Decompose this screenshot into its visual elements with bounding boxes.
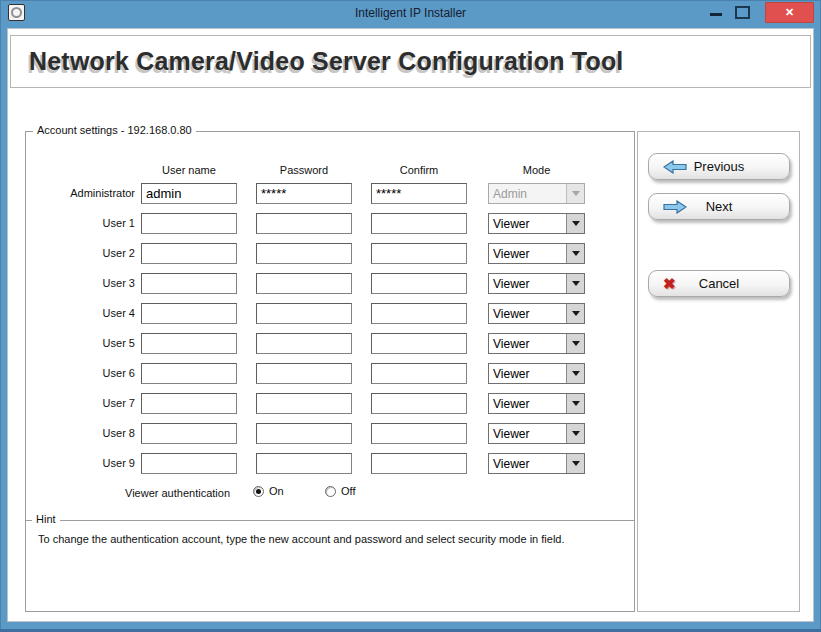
mode-value: Viewer <box>489 304 566 323</box>
confirm-input[interactable] <box>371 213 467 234</box>
dropdown-arrow-icon[interactable] <box>566 274 584 293</box>
dropdown-arrow-icon[interactable] <box>566 334 584 353</box>
mode-select[interactable]: Viewer <box>488 243 585 264</box>
password-input[interactable] <box>256 213 352 234</box>
hint-groupbox-line <box>26 520 634 521</box>
password-input[interactable] <box>256 273 352 294</box>
viewer-authentication-label: Viewer authentication <box>40 487 230 499</box>
row-label: User 9 <box>40 457 135 469</box>
mode-select[interactable]: Viewer <box>488 213 585 234</box>
table-row: User 6 Viewer <box>0 363 821 385</box>
radio-on-label: On <box>269 485 284 497</box>
username-input[interactable] <box>141 333 237 354</box>
mode-select[interactable]: Viewer <box>488 423 585 444</box>
dropdown-arrow-icon[interactable] <box>566 364 584 383</box>
page-title: Network Camera/Video Server Configuratio… <box>11 47 624 76</box>
table-row: User 7 Viewer <box>0 393 821 415</box>
password-input[interactable] <box>256 393 352 414</box>
confirm-input[interactable] <box>371 423 467 444</box>
confirm-input[interactable] <box>371 243 467 264</box>
mode-select[interactable]: Viewer <box>488 333 585 354</box>
mode-value: Viewer <box>489 424 566 443</box>
next-button-label: Next <box>706 199 733 214</box>
row-label: User 4 <box>40 307 135 319</box>
radio-off-icon[interactable] <box>325 486 336 497</box>
mode-select[interactable]: Viewer <box>488 303 585 324</box>
account-settings-group-title: Account settings - 192.168.0.80 <box>33 124 196 136</box>
row-label: Administrator <box>40 187 135 199</box>
mode-value: Viewer <box>489 454 566 473</box>
dropdown-arrow-icon[interactable] <box>566 244 584 263</box>
app-icon <box>8 4 25 21</box>
row-label: User 1 <box>40 217 135 229</box>
mode-value: Viewer <box>489 274 566 293</box>
dropdown-arrow-icon[interactable] <box>566 394 584 413</box>
confirm-input[interactable] <box>371 453 467 474</box>
column-header-password: Password <box>256 164 352 176</box>
radio-off[interactable]: Off <box>325 485 355 497</box>
close-button[interactable]: ✕ <box>765 2 814 23</box>
hint-text: To change the authentication account, ty… <box>38 533 565 545</box>
username-input[interactable] <box>141 423 237 444</box>
mode-value: Viewer <box>489 244 566 263</box>
row-label: User 7 <box>40 397 135 409</box>
password-input[interactable] <box>256 363 352 384</box>
previous-button[interactable]: Previous <box>648 153 790 180</box>
dropdown-arrow-icon[interactable] <box>566 454 584 473</box>
maximize-button[interactable] <box>735 6 750 19</box>
username-input[interactable] <box>141 183 237 204</box>
username-input[interactable] <box>141 243 237 264</box>
table-row: User 2 Viewer <box>0 243 821 265</box>
password-input[interactable] <box>256 243 352 264</box>
row-label: User 3 <box>40 277 135 289</box>
confirm-input[interactable] <box>371 393 467 414</box>
app-icon-glyph <box>11 7 22 18</box>
row-label: User 2 <box>40 247 135 259</box>
password-input[interactable] <box>256 183 352 204</box>
password-input[interactable] <box>256 423 352 444</box>
mode-select[interactable]: Viewer <box>488 393 585 414</box>
mode-select[interactable]: Viewer <box>488 273 585 294</box>
close-icon: ✕ <box>785 6 794 19</box>
username-input[interactable] <box>141 213 237 234</box>
arrow-left-icon <box>663 160 687 174</box>
table-row: User 4 Viewer <box>0 303 821 325</box>
minimize-button[interactable] <box>710 13 722 16</box>
confirm-input[interactable] <box>371 333 467 354</box>
username-input[interactable] <box>141 273 237 294</box>
username-input[interactable] <box>141 303 237 324</box>
installer-window: { "window": { "title": "Intelligent IP I… <box>0 0 821 632</box>
mode-value: Viewer <box>489 394 566 413</box>
header-panel: Network Camera/Video Server Configuratio… <box>10 35 811 88</box>
password-input[interactable] <box>256 303 352 324</box>
mode-select[interactable]: Viewer <box>488 453 585 474</box>
radio-on-icon[interactable] <box>253 486 264 497</box>
username-input[interactable] <box>141 393 237 414</box>
radio-on[interactable]: On <box>253 485 284 497</box>
mode-value: Viewer <box>489 214 566 233</box>
table-row: User 8 Viewer <box>0 423 821 445</box>
username-input[interactable] <box>141 453 237 474</box>
cancel-button[interactable]: ✖ Cancel <box>648 270 790 297</box>
column-header-mode: Mode <box>488 164 585 176</box>
dropdown-arrow-icon[interactable] <box>566 214 584 233</box>
mode-select: Admin <box>488 183 585 204</box>
column-header-username: User name <box>141 164 237 176</box>
table-row: User 9 Viewer <box>0 453 821 475</box>
password-input[interactable] <box>256 333 352 354</box>
confirm-input[interactable] <box>371 303 467 324</box>
dropdown-arrow-icon <box>566 184 584 203</box>
radio-off-label: Off <box>341 485 355 497</box>
dropdown-arrow-icon[interactable] <box>566 304 584 323</box>
hint-group-title: Hint <box>32 513 60 525</box>
confirm-input[interactable] <box>371 363 467 384</box>
confirm-input[interactable] <box>371 273 467 294</box>
next-button[interactable]: Next <box>648 193 790 220</box>
mode-select[interactable]: Viewer <box>488 363 585 384</box>
confirm-input[interactable] <box>371 183 467 204</box>
dropdown-arrow-icon[interactable] <box>566 424 584 443</box>
title-bar[interactable]: Intelligent IP Installer <box>0 0 821 28</box>
password-input[interactable] <box>256 453 352 474</box>
username-input[interactable] <box>141 363 237 384</box>
row-label: User 8 <box>40 427 135 439</box>
